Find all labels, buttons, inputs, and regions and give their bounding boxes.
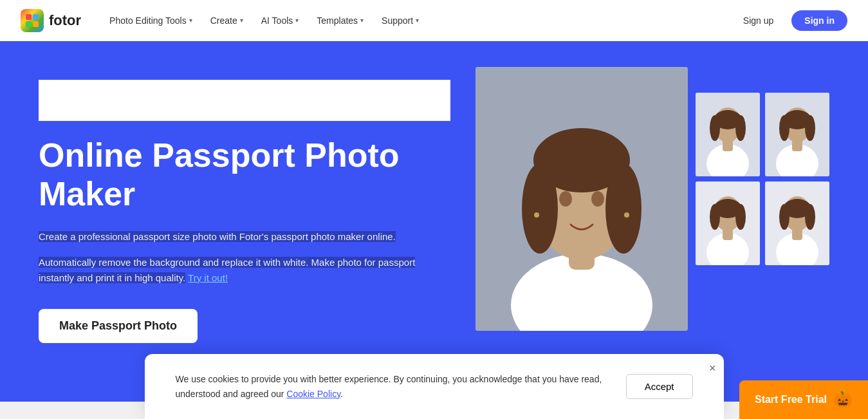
nav-support[interactable]: Support ▾ xyxy=(374,10,427,31)
svg-point-15 xyxy=(624,212,629,218)
svg-point-41 xyxy=(805,204,815,230)
nav-templates[interactable]: Templates ▾ xyxy=(309,10,371,31)
svg-rect-2 xyxy=(26,21,32,27)
breadcrumb-separator: › xyxy=(86,97,88,104)
signup-button[interactable]: Sign up xyxy=(733,10,784,31)
svg-point-27 xyxy=(805,115,815,141)
hero-images xyxy=(476,67,829,331)
svg-point-11 xyxy=(605,163,642,254)
hero-description-2: Automatically remove the background and … xyxy=(39,255,450,286)
nav-photo-editing[interactable]: Photo Editing Tools ▾ xyxy=(102,10,200,31)
hero-section: Home › Graphic Design › Passport Photo M… xyxy=(0,41,868,402)
svg-point-40 xyxy=(779,204,790,230)
svg-point-26 xyxy=(779,115,790,141)
page-title: Online Passport Photo Maker xyxy=(39,136,450,214)
chevron-down-icon: ▾ xyxy=(295,17,299,24)
svg-point-19 xyxy=(710,115,720,141)
accept-button[interactable]: Accept xyxy=(626,374,693,399)
cookie-banner: × We use cookies to provide you with bet… xyxy=(145,354,724,419)
svg-rect-43 xyxy=(792,228,802,240)
collage-photo-3 xyxy=(696,182,760,265)
svg-point-10 xyxy=(522,163,558,254)
hero-description-1: Create a professional passport size phot… xyxy=(39,229,450,245)
chevron-down-icon: ▾ xyxy=(240,17,243,24)
svg-rect-36 xyxy=(723,228,733,240)
fotor-logo-icon xyxy=(21,9,44,32)
svg-point-33 xyxy=(710,204,720,230)
chevron-down-icon: ▾ xyxy=(189,17,192,24)
try-it-out-link[interactable]: Try it out! xyxy=(188,272,228,283)
collage-photo-4 xyxy=(765,182,829,265)
svg-point-14 xyxy=(534,212,539,218)
chevron-down-icon: ▾ xyxy=(360,17,364,24)
svg-rect-1 xyxy=(33,14,39,20)
hero-content: Home › Graphic Design › Passport Photo M… xyxy=(39,80,450,343)
cookie-policy-link[interactable]: Cookie Policy xyxy=(286,389,340,399)
logo[interactable]: fotor xyxy=(21,9,81,32)
navbar: fotor Photo Editing Tools ▾ Create ▾ AI … xyxy=(0,0,868,41)
cookie-close-button[interactable]: × xyxy=(709,362,716,375)
svg-point-13 xyxy=(591,191,604,207)
breadcrumb: Home › Graphic Design › Passport Photo M… xyxy=(39,80,450,121)
nav-create[interactable]: Create ▾ xyxy=(203,10,251,31)
collage-photo-1 xyxy=(696,93,760,176)
collage-panel xyxy=(696,93,829,265)
make-passport-button[interactable]: Make Passport Photo xyxy=(39,309,198,343)
chevron-down-icon: ▾ xyxy=(416,17,419,24)
svg-point-20 xyxy=(735,115,746,141)
cookie-text: We use cookies to provide you with bette… xyxy=(176,372,611,401)
collage-row-top xyxy=(696,93,829,176)
collage-photo-2 xyxy=(765,93,829,176)
nav-ai-tools[interactable]: AI Tools ▾ xyxy=(254,10,307,31)
svg-rect-3 xyxy=(33,21,39,27)
svg-rect-0 xyxy=(26,14,32,20)
svg-rect-29 xyxy=(792,140,802,151)
signin-button[interactable]: Sign in xyxy=(791,10,847,31)
breadcrumb-home[interactable]: Home xyxy=(59,95,82,105)
nav-auth: Sign up Sign in xyxy=(733,10,847,31)
breadcrumb-graphic-design[interactable]: Graphic Design xyxy=(91,95,149,105)
nav-links: Photo Editing Tools ▾ Create ▾ AI Tools … xyxy=(102,10,733,31)
svg-point-34 xyxy=(735,204,746,230)
breadcrumb-separator-2: › xyxy=(153,97,156,104)
logo-text: fotor xyxy=(49,12,81,29)
svg-rect-22 xyxy=(723,140,733,151)
cookie-overlay: × We use cookies to provide you with bet… xyxy=(0,354,868,419)
collage-row-bottom xyxy=(696,182,829,265)
main-portrait-photo xyxy=(476,67,688,331)
breadcrumb-current: Passport Photo Maker xyxy=(160,95,248,105)
svg-point-12 xyxy=(559,191,572,207)
